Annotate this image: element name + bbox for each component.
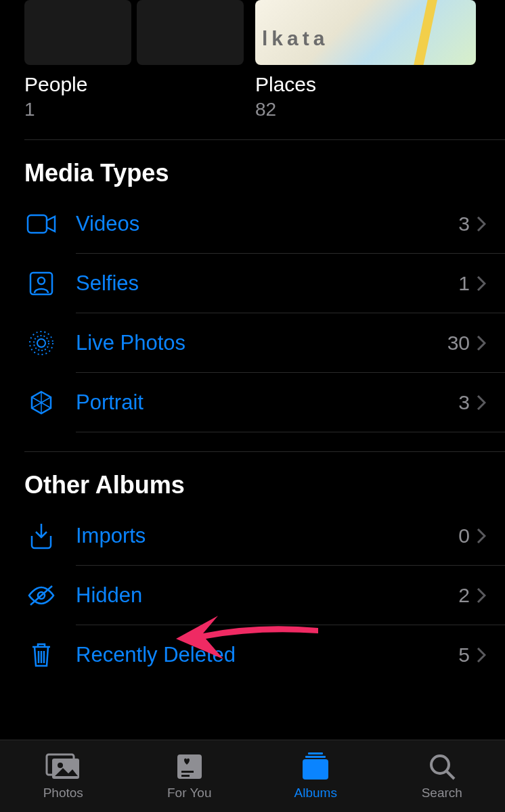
row-count: 5 <box>458 644 477 667</box>
places-map-text: lkata <box>262 27 328 50</box>
row-label: Hidden <box>58 583 458 608</box>
tab-label: Albums <box>294 786 337 800</box>
row-selfies[interactable]: Selfies 1 <box>0 254 505 313</box>
row-label: Portrait <box>58 390 458 415</box>
svg-point-20 <box>431 756 449 773</box>
svg-point-4 <box>34 336 49 351</box>
other-albums-list: Imports 0 Hidden 2 Recently Deleted 5 <box>0 506 505 685</box>
svg-rect-0 <box>28 215 47 233</box>
media-types-title: Media Types <box>0 140 505 194</box>
albums-icon <box>300 752 331 782</box>
other-albums-title: Other Albums <box>0 452 505 506</box>
trash-icon <box>24 641 58 669</box>
tab-label: For You <box>167 786 212 800</box>
chevron-right-icon <box>477 528 505 544</box>
photos-icon <box>45 752 81 782</box>
people-thumb-2 <box>137 0 244 65</box>
row-label: Imports <box>58 524 458 548</box>
svg-point-13 <box>58 763 63 768</box>
places-count: 82 <box>255 99 481 120</box>
row-recently-deleted[interactable]: Recently Deleted 5 <box>0 625 505 685</box>
row-count: 3 <box>458 212 477 235</box>
places-label: Places <box>255 73 481 96</box>
imports-icon <box>24 522 58 549</box>
svg-line-21 <box>447 771 454 779</box>
chevron-right-icon <box>477 394 505 411</box>
people-thumb-1 <box>24 0 131 65</box>
chevron-right-icon <box>477 647 505 663</box>
row-count: 2 <box>458 584 477 607</box>
tab-photos[interactable]: Photos <box>0 740 127 812</box>
search-icon <box>429 752 456 782</box>
row-videos[interactable]: Videos 3 <box>0 194 505 254</box>
svg-point-3 <box>37 339 45 347</box>
media-types-list: Videos 3 Selfies 1 Live Photos 30 <box>0 194 505 432</box>
row-live-photos[interactable]: Live Photos 30 <box>0 313 505 373</box>
selfies-icon <box>24 271 58 296</box>
tab-label: Search <box>422 786 462 800</box>
people-count: 1 <box>24 99 250 120</box>
tab-search[interactable]: Search <box>379 740 506 812</box>
video-icon <box>24 214 58 234</box>
tab-bar: Photos For You Albums Sear <box>0 740 505 812</box>
row-label: Selfies <box>58 271 458 296</box>
svg-rect-18 <box>305 756 326 758</box>
people-places-section: People 1 lkata Places 82 <box>0 0 505 120</box>
svg-rect-17 <box>308 752 323 754</box>
row-count: 30 <box>447 332 477 355</box>
row-label: Videos <box>58 212 458 236</box>
row-count: 3 <box>458 391 477 414</box>
for-you-icon <box>175 752 204 782</box>
row-portrait[interactable]: Portrait 3 <box>0 373 505 432</box>
people-label: People <box>24 73 250 96</box>
row-hidden[interactable]: Hidden 2 <box>0 566 505 625</box>
chevron-right-icon <box>477 216 505 232</box>
row-imports[interactable]: Imports 0 <box>0 506 505 566</box>
chevron-right-icon <box>477 587 505 604</box>
tab-for-you[interactable]: For You <box>127 740 253 812</box>
svg-rect-16 <box>181 775 190 777</box>
places-album[interactable]: lkata Places 82 <box>255 0 481 120</box>
tab-label: Photos <box>43 786 83 800</box>
svg-point-2 <box>38 277 45 284</box>
live-photos-icon <box>24 330 58 357</box>
svg-rect-15 <box>181 771 194 773</box>
hidden-icon <box>24 585 58 606</box>
chevron-right-icon <box>477 275 505 292</box>
people-album[interactable]: People 1 <box>24 0 250 120</box>
svg-rect-19 <box>303 759 328 780</box>
portrait-icon <box>24 389 58 416</box>
places-map-thumb: lkata <box>255 0 476 65</box>
chevron-right-icon <box>477 335 505 351</box>
row-count: 0 <box>458 524 477 547</box>
row-label: Live Photos <box>58 331 447 355</box>
tab-albums[interactable]: Albums <box>252 740 379 812</box>
svg-line-7 <box>30 586 52 605</box>
row-count: 1 <box>458 272 477 295</box>
row-label: Recently Deleted <box>58 643 458 667</box>
